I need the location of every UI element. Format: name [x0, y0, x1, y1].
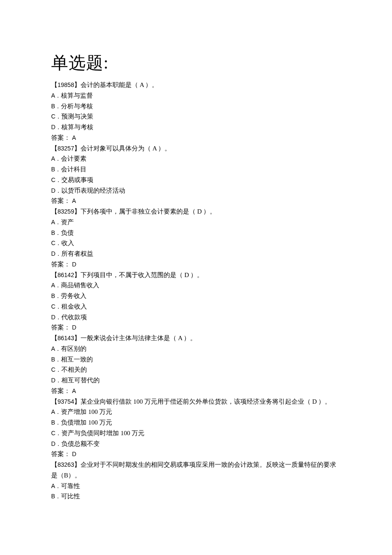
option-letter: A． [51, 408, 61, 415]
option-text: 预测与决策 [61, 113, 93, 120]
option-text: 负债总额不变 [61, 440, 100, 447]
question-text: 】会计的基本职能是（ A ）。 [74, 81, 159, 88]
option-text: 以货币表现的经济活动 [61, 187, 125, 194]
question-stem: 【86143】一般来说会计主体与法律主体是（ A ）。 [51, 333, 341, 344]
option-line: A．商品销售收入 [51, 280, 341, 291]
option-text: 会计要素 [61, 155, 86, 162]
answer-value: D [70, 324, 76, 331]
answer-line: 答案： D [51, 322, 341, 333]
question-id: 86143 [58, 335, 74, 341]
bracket-open: 【 [51, 461, 58, 468]
option-letter: C． [51, 366, 61, 373]
question-text: 】企业对于不同时期发生的相同交易或事项应采用一致的会计政策。反映这一质量特征的要… [51, 461, 336, 479]
option-text: 资产与负债同时增加 100 万元 [61, 430, 144, 436]
question-stem: 【83259】下列各项中，属于非独立会计要素的是（ D ）。 [51, 206, 341, 217]
question-stem: 【86142】下列项目中，不属于收入范围的是（ D ）。 [51, 270, 341, 280]
option-text: 代收款项 [61, 314, 87, 321]
option-line: D．负债总额不变 [51, 439, 341, 449]
option-letter: A． [51, 345, 61, 352]
option-letter: C． [51, 113, 61, 120]
answer-label: 答案： [51, 324, 70, 331]
option-line: D．相互可替代的 [51, 375, 341, 386]
page-title: 单选题: [51, 51, 341, 75]
option-letter: B． [51, 356, 61, 363]
option-letter: D． [51, 314, 61, 321]
answer-value: D [70, 451, 76, 457]
option-text: 所有者权益 [61, 250, 93, 257]
option-line: A．核算与监督 [51, 90, 341, 101]
question-id: 86142 [58, 272, 74, 278]
question-stem: 【93754】某企业向银行借款 100 万元用于偿还前欠外单位货款，该项经济业务… [51, 396, 341, 407]
option-letter: B． [51, 292, 61, 299]
question-id: 93754 [58, 398, 74, 405]
document-page: 单选题: 【19858】会计的基本职能是（ A ）。A．核算与监督B．分析与考核… [0, 0, 392, 519]
option-text: 负债 [61, 229, 74, 236]
questions-container: 【19858】会计的基本职能是（ A ）。A．核算与监督B．分析与考核C．预测与… [51, 80, 341, 502]
option-letter: B． [51, 166, 61, 173]
answer-line: 答案： A [51, 196, 341, 206]
answer-line: 答案： D [51, 449, 341, 460]
question-stem: 【83257】会计对象可以具体分为（ A ）。 [51, 143, 341, 154]
question-id: 83257 [58, 145, 74, 152]
option-line: A．有区别的 [51, 344, 341, 354]
option-line: C．收入 [51, 238, 341, 249]
option-line: C．交易或事项 [51, 175, 341, 185]
bracket-open: 【 [51, 272, 58, 278]
option-letter: D． [51, 377, 61, 384]
option-text: 资产增加 100 万元 [61, 408, 112, 415]
bracket-open: 【 [51, 81, 58, 88]
option-letter: D． [51, 440, 61, 447]
option-text: 交易或事项 [61, 176, 93, 183]
bracket-open: 【 [51, 398, 58, 405]
option-text: 分析与考核 [61, 103, 93, 110]
answer-value: A [70, 387, 76, 394]
option-text: 不相关的 [61, 366, 87, 373]
answer-label: 答案： [51, 134, 70, 141]
option-line: D．以货币表现的经济活动 [51, 185, 341, 196]
bracket-open: 【 [51, 208, 58, 215]
option-text: 会计科目 [61, 166, 86, 173]
question-text: 】一般来说会计主体与法律主体是（ A ）。 [74, 335, 197, 341]
option-line: A．资产增加 100 万元 [51, 407, 341, 417]
answer-value: D [70, 261, 76, 268]
option-text: 核算与考核 [61, 124, 93, 130]
question-id: 83259 [58, 208, 74, 215]
option-text: 负债增加 100 万元 [61, 419, 112, 426]
option-line: D．核算与考核 [51, 122, 341, 133]
option-letter: C． [51, 240, 61, 246]
option-letter: A． [51, 483, 61, 489]
bracket-open: 【 [51, 335, 58, 341]
option-letter: A． [51, 155, 61, 162]
bracket-open: 【 [51, 145, 58, 152]
option-text: 可比性 [61, 493, 80, 500]
option-line: A．会计要素 [51, 153, 341, 164]
option-letter: B． [51, 493, 61, 500]
answer-line: 答案： D [51, 259, 341, 270]
answer-label: 答案： [51, 197, 70, 204]
option-letter: C． [51, 303, 61, 310]
question-text: 】会计对象可以具体分为（ A ）。 [74, 145, 171, 152]
question-text: 】下列各项中，属于非独立会计要素的是（ D ）。 [74, 208, 216, 215]
question-text: 】下列项目中，不属于收入范围的是（ D ）。 [74, 272, 203, 278]
option-text: 收入 [61, 240, 74, 246]
option-letter: D． [51, 187, 61, 194]
question-stem: 【83263】企业对于不同时期发生的相同交易或事项应采用一致的会计政策。反映这一… [51, 460, 341, 481]
option-line: B．可比性 [51, 491, 341, 502]
question-id: 19858 [58, 81, 74, 88]
option-text: 商品销售收入 [61, 282, 99, 289]
option-letter: B． [51, 419, 61, 426]
option-line: B．相互一致的 [51, 354, 341, 365]
answer-label: 答案： [51, 387, 70, 394]
option-text: 相互一致的 [61, 356, 93, 363]
option-line: D．所有者权益 [51, 249, 341, 259]
option-letter: B． [51, 229, 61, 236]
option-text: 租金收入 [61, 303, 87, 310]
answer-line: 答案： A [51, 386, 341, 396]
option-letter: C． [51, 430, 61, 436]
option-line: C．资产与负债同时增加 100 万元 [51, 428, 341, 439]
option-line: B．负债 [51, 228, 341, 238]
option-letter: C． [51, 176, 61, 183]
question-stem: 【19858】会计的基本职能是（ A ）。 [51, 80, 341, 90]
option-line: D．代收款项 [51, 312, 341, 323]
option-line: A．资产 [51, 217, 341, 228]
